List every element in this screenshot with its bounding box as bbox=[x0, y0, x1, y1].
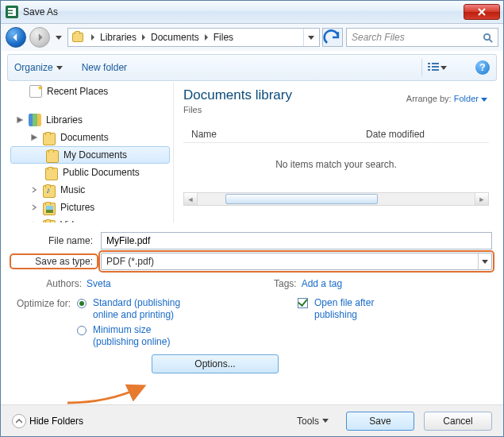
empty-message: No items match your search. bbox=[183, 159, 489, 170]
expand-icon[interactable] bbox=[29, 186, 38, 195]
chevron-up-icon bbox=[12, 414, 26, 428]
open-after-checkbox[interactable] bbox=[298, 298, 308, 308]
tags-value[interactable]: Add a tag bbox=[302, 278, 342, 289]
new-folder-button[interactable]: New folder bbox=[82, 62, 127, 73]
search-input[interactable]: Search Files bbox=[346, 28, 498, 47]
annotation-arrow bbox=[64, 384, 152, 406]
nav-history-dropdown[interactable] bbox=[53, 27, 64, 48]
toolbar: Organize New folder ? bbox=[7, 54, 497, 81]
savetype-value: PDF (*.pdf) bbox=[106, 256, 154, 267]
tree-videos[interactable]: Videos bbox=[7, 216, 173, 222]
save-form: File name: Save as type: PDF (*.pdf) Aut… bbox=[12, 230, 492, 373]
tree-my-documents[interactable]: My Documents bbox=[10, 146, 170, 164]
videos-icon bbox=[43, 220, 56, 223]
folder-icon bbox=[43, 133, 56, 145]
excel-icon bbox=[6, 6, 18, 18]
close-icon bbox=[478, 8, 486, 16]
back-button[interactable] bbox=[6, 27, 26, 48]
recent-places-icon bbox=[29, 85, 42, 98]
cancel-button[interactable]: Cancel bbox=[424, 412, 492, 431]
tree-pictures[interactable]: Pictures bbox=[7, 199, 173, 216]
collapse-icon[interactable] bbox=[15, 116, 24, 125]
file-list-pane: Documents library Files Arrange by: Fold… bbox=[174, 83, 497, 222]
breadcrumb-libraries[interactable]: Libraries bbox=[97, 29, 140, 46]
view-list-icon bbox=[428, 63, 439, 72]
titlebar: Save As bbox=[1, 1, 503, 24]
optimize-label: Optimize for: bbox=[12, 297, 71, 309]
optimize-standard-radio[interactable] bbox=[77, 299, 87, 308]
column-name[interactable]: Name bbox=[191, 129, 366, 140]
expand-icon[interactable] bbox=[29, 203, 38, 212]
chevron-right-icon[interactable] bbox=[140, 29, 148, 46]
arrange-by[interactable]: Arrange by: Folder bbox=[406, 94, 487, 103]
save-as-dialog: Save As Libraries Documents Files bbox=[0, 0, 504, 437]
svg-point-0 bbox=[484, 33, 490, 39]
refresh-button[interactable] bbox=[322, 28, 343, 47]
tree-recent-places[interactable]: Recent Places bbox=[7, 83, 173, 100]
scrollbar-thumb[interactable] bbox=[225, 194, 378, 204]
filename-input[interactable] bbox=[101, 232, 492, 249]
libraries-root-icon bbox=[72, 30, 87, 44]
column-headers[interactable]: Name Date modified bbox=[183, 126, 489, 143]
hide-folders-button[interactable]: Hide Folders bbox=[12, 414, 83, 428]
forward-arrow-icon bbox=[35, 33, 44, 42]
savetype-label: Save as type: bbox=[12, 256, 96, 267]
tree-public-documents[interactable]: Public Documents bbox=[7, 164, 173, 181]
folder-icon bbox=[46, 150, 59, 163]
optimize-minimum-label[interactable]: Minimum size (publishing online) bbox=[93, 324, 188, 348]
scroll-right-icon[interactable]: ► bbox=[475, 193, 488, 205]
view-mode-button[interactable] bbox=[421, 59, 452, 76]
breadcrumb-documents[interactable]: Documents bbox=[148, 29, 202, 46]
horizontal-scrollbar[interactable]: ◄ ► bbox=[183, 192, 489, 206]
tree-music[interactable]: Music bbox=[7, 181, 173, 199]
chevron-right-icon[interactable] bbox=[89, 29, 97, 46]
back-arrow-icon bbox=[11, 33, 21, 42]
window-title: Save As bbox=[23, 6, 58, 17]
optimize-minimum-radio[interactable] bbox=[77, 326, 87, 335]
tags-label: Tags: bbox=[238, 278, 297, 289]
open-after-label[interactable]: Open file after publishing bbox=[314, 297, 402, 321]
breadcrumb-dropdown[interactable] bbox=[303, 29, 317, 46]
tree-libraries[interactable]: Libraries bbox=[7, 111, 173, 129]
authors-value[interactable]: Sveta bbox=[87, 278, 111, 289]
pictures-icon bbox=[43, 203, 56, 215]
chevron-down-icon bbox=[478, 253, 491, 269]
scroll-left-icon[interactable]: ◄ bbox=[184, 193, 198, 205]
column-date[interactable]: Date modified bbox=[366, 129, 425, 140]
close-button[interactable] bbox=[464, 4, 500, 20]
library-subtitle: Files bbox=[183, 105, 489, 114]
optimize-standard-label[interactable]: Standard (publishing online and printing… bbox=[93, 297, 188, 321]
expand-icon[interactable] bbox=[29, 221, 38, 223]
tree-documents[interactable]: Documents bbox=[7, 129, 173, 146]
search-icon bbox=[483, 33, 493, 43]
help-button[interactable]: ? bbox=[475, 60, 490, 75]
filename-label: File name: bbox=[12, 235, 96, 246]
options-button[interactable]: Options... bbox=[152, 354, 279, 373]
dialog-footer: Hide Folders Tools Save Cancel bbox=[1, 404, 503, 436]
nav-bar: Libraries Documents Files Search Files bbox=[1, 24, 503, 51]
chevron-right-icon[interactable] bbox=[202, 29, 210, 46]
organize-menu[interactable]: Organize bbox=[14, 62, 63, 73]
collapse-icon[interactable] bbox=[29, 133, 38, 142]
forward-button[interactable] bbox=[29, 27, 50, 48]
save-button[interactable]: Save bbox=[346, 412, 414, 431]
savetype-dropdown[interactable]: PDF (*.pdf) bbox=[101, 253, 492, 270]
search-placeholder: Search Files bbox=[352, 32, 405, 43]
music-icon bbox=[43, 185, 56, 198]
help-icon: ? bbox=[479, 62, 485, 73]
tools-menu[interactable]: Tools bbox=[297, 416, 329, 427]
folder-icon bbox=[45, 168, 58, 180]
nav-tree: Recent Places Libraries Documents My Doc… bbox=[7, 83, 174, 222]
refresh-icon bbox=[323, 28, 342, 47]
breadcrumb[interactable]: Libraries Documents Files bbox=[67, 28, 320, 47]
authors-label: Authors: bbox=[23, 278, 82, 289]
breadcrumb-files[interactable]: Files bbox=[210, 29, 237, 46]
libraries-icon bbox=[29, 114, 41, 126]
arrange-by-value: Folder bbox=[454, 94, 479, 103]
